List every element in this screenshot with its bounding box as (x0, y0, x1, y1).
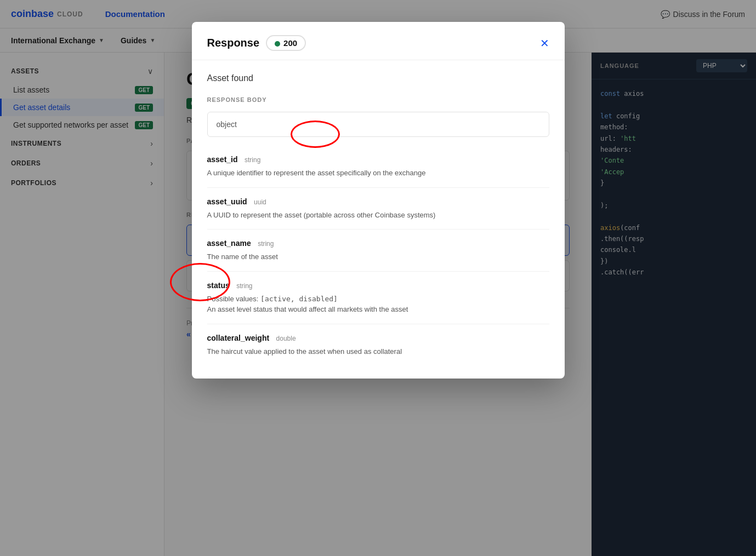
modal-title: Response (207, 37, 260, 49)
field-asset-id-name: asset_id (207, 155, 238, 164)
modal-status-code: 200 (283, 38, 297, 48)
field-collateral-header: collateral_weight double (207, 333, 549, 343)
field-status-type: string (236, 282, 252, 290)
field-asset-name-name: asset_name (207, 239, 251, 248)
response-type: object (217, 120, 237, 129)
field-asset-name-desc: The name of the asset (207, 251, 549, 262)
response-body-label: RESPONSE BODY (207, 96, 549, 103)
field-asset-id-type: string (245, 156, 260, 164)
field-collateral-weight: collateral_weight double The haircut val… (207, 324, 549, 366)
field-status-name: status (207, 281, 230, 290)
field-asset-uuid-header: asset_uuid uuid (207, 197, 549, 207)
field-asset-name: asset_name string The name of the asset (207, 230, 549, 272)
field-status-possible-label: Possible values: (207, 295, 261, 303)
field-asset-name-header: asset_name string (207, 238, 549, 248)
modal-overlay: Response 200 ✕ Asset found RESPONSE BODY… (0, 0, 756, 556)
response-modal: Response 200 ✕ Asset found RESPONSE BODY… (192, 22, 565, 379)
field-status-desc: Possible values: [active, disabled] An a… (207, 294, 549, 315)
field-asset-uuid-name: asset_uuid (207, 197, 247, 206)
field-status-desc-text: An asset level status that would affect … (207, 305, 408, 313)
field-collateral-type: double (276, 335, 296, 342)
modal-status-dot (275, 41, 280, 47)
field-asset-id: asset_id string A unique identifier to r… (207, 146, 549, 188)
field-status-header: status string (207, 280, 549, 290)
modal-body: Asset found RESPONSE BODY object asset_i… (192, 60, 565, 379)
field-status: status string Possible values: [active, … (207, 272, 549, 324)
modal-title-area: Response 200 (207, 35, 306, 51)
field-status-values: [active, disabled] (260, 295, 338, 303)
field-asset-id-header: asset_id string (207, 154, 549, 164)
response-type-box: object (207, 112, 549, 137)
modal-close-button[interactable]: ✕ (540, 37, 549, 50)
field-asset-uuid-type: uuid (254, 198, 266, 206)
field-asset-name-type: string (258, 240, 274, 248)
field-asset-uuid-desc: A UUID to represent the asset (portable … (207, 210, 549, 221)
field-asset-id-desc: A unique identifier to represent the ass… (207, 168, 549, 179)
modal-header: Response 200 ✕ (192, 22, 565, 60)
field-asset-uuid: asset_uuid uuid A UUID to represent the … (207, 188, 549, 230)
field-collateral-desc: The haircut value applied to the asset w… (207, 346, 549, 357)
modal-status-text: Asset found (207, 73, 549, 83)
modal-status-badge: 200 (266, 35, 306, 51)
field-collateral-name: collateral_weight (207, 334, 270, 342)
